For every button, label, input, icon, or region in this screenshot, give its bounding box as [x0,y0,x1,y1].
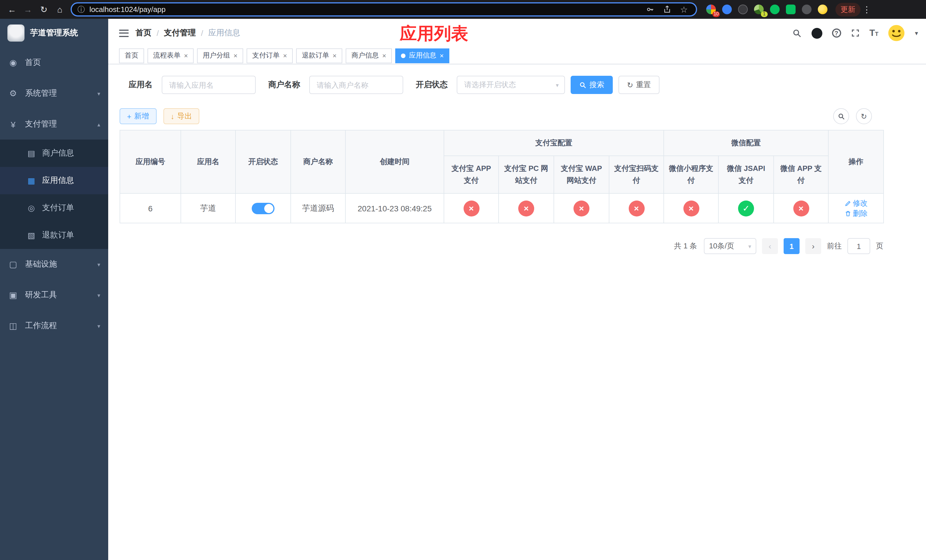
sidebar-item-system[interactable]: ⚙ 系统管理 ▾ [0,78,108,109]
extension-icon-green-square[interactable] [786,5,796,14]
close-icon[interactable]: × [283,51,287,59]
page-number-button[interactable]: 1 [784,238,800,254]
sidebar-item-refund-order[interactable]: ▧ 退款订单 [0,222,108,249]
close-icon[interactable]: × [440,51,443,59]
delete-link-label: 删除 [853,208,868,218]
tab-refund-order[interactable]: 退款订单 × [296,48,342,63]
chevron-down-icon: ▾ [556,82,559,88]
page-size-select[interactable]: 10条/页 ▾ [704,238,756,254]
sidebar-item-home[interactable]: ◉ 首页 [0,47,108,78]
browser-toolbar: ← → ↻ ⌂ ⓘ localhost:1024/pay/app ☆ 10 1 [0,0,926,19]
col-channel: 微信 JSAPI 支付 [719,156,774,194]
status-select[interactable]: 请选择开启状态 ▾ [457,76,565,94]
export-button[interactable]: ↓ 导出 [163,108,199,124]
extension-icon-wechat[interactable] [770,5,780,14]
delete-link[interactable]: 删除 [844,208,868,218]
edit-icon [844,200,851,206]
share-icon[interactable] [661,5,673,14]
refresh-icon: ↻ [861,112,867,121]
col-actions: 操作 [828,130,884,194]
edit-link[interactable]: 修改 [844,198,868,208]
browser-forward-icon[interactable]: → [21,2,35,17]
extension-icon-emoji[interactable] [818,5,828,14]
yen-icon: ¥ [8,120,18,129]
fullscreen-icon[interactable] [850,29,859,38]
tab-process-form[interactable]: 流程表单 × [147,48,194,63]
payment-submenu: ▤ 商户信息 ▦ 应用信息 ◎ 支付订单 ▧ 退款订单 [0,139,108,249]
add-button-label: 新增 [134,111,149,121]
close-icon[interactable]: × [333,51,337,59]
trash-icon [844,210,851,217]
address-bar[interactable]: ⓘ localhost:1024/pay/app ☆ [71,2,697,17]
channel-status-icon: × [793,200,809,216]
sidebar-item-payment[interactable]: ¥ 支付管理 ▴ [0,109,108,139]
url-text[interactable]: localhost:1024/pay/app [89,5,639,14]
logo-row[interactable]: 芋道管理系统 [0,19,108,47]
tab-pay-order[interactable]: 支付订单 × [247,48,293,63]
next-page-button[interactable]: › [805,238,821,254]
close-icon[interactable]: × [233,51,238,59]
sidebar-item-pay-order[interactable]: ◎ 支付订单 [0,194,108,222]
password-key-icon[interactable] [643,5,656,14]
sidebar-item-merchant-info[interactable]: ▤ 商户信息 [0,139,108,167]
avatar[interactable] [888,24,905,42]
tab-user-group[interactable]: 用户分组 × [197,48,243,63]
search-icon[interactable] [792,28,802,38]
prev-page-button[interactable]: ‹ [762,238,778,254]
extension-icon-colorful[interactable]: 10 [706,5,716,14]
sidebar-item-label: 研发工具 [25,290,57,300]
gear-icon: ⚙ [8,88,18,98]
browser-home-icon[interactable]: ⌂ [52,2,67,17]
sidebar-item-workflow[interactable]: ◫ 工作流程 ▾ [0,310,108,341]
chevron-down-icon: ▾ [748,243,751,249]
pagination: 共 1 条 10条/页 ▾ ‹ 1 › 前往 页 [120,238,883,254]
cell-channel-status: ✓ [719,194,774,223]
active-dot [401,53,406,58]
help-icon[interactable]: ? [832,29,841,38]
browser-back-icon[interactable]: ← [5,2,20,17]
sidebar-item-app-info[interactable]: ▦ 应用信息 [0,167,108,194]
extension-badge-green: 1 [761,11,768,17]
app-title: 芋道管理系统 [30,28,78,38]
font-size-icon[interactable]: TT [869,29,878,38]
plus-icon: + [127,112,131,121]
merchant-name-input[interactable] [309,76,403,94]
cell-channel-status: × [774,194,828,223]
sidebar-item-label: 支付管理 [25,119,57,129]
extension-icon-avatar[interactable]: 1 [754,5,764,14]
sidebar-toggle-icon[interactable] [119,29,129,37]
close-icon[interactable]: × [184,51,188,59]
add-button[interactable]: + 新增 [120,108,156,124]
close-icon[interactable]: × [382,51,386,59]
tab-label: 用户分组 [203,51,230,61]
refresh-table-button[interactable]: ↻ [856,108,872,124]
status-toggle[interactable] [252,203,274,214]
browser-reload-icon[interactable]: ↻ [36,2,51,17]
tab-merchant-info[interactable]: 商户信息 × [346,48,392,63]
caret-down-icon[interactable]: ▾ [915,29,918,37]
tab-app-info[interactable]: 应用信息 × [395,48,449,63]
browser-update-button[interactable]: 更新 [835,3,861,16]
app-name-input[interactable] [162,76,256,94]
sidebar-item-dev-tools[interactable]: ▣ 研发工具 ▾ [0,280,108,310]
extension-icon-blue[interactable] [722,5,732,14]
sidebar-item-infrastructure[interactable]: ▢ 基础设施 ▾ [0,249,108,280]
extension-icon-dark[interactable] [802,5,811,14]
status-select-placeholder: 请选择开启状态 [464,80,516,90]
site-info-icon[interactable]: ⓘ [77,4,85,15]
bookmark-star-icon[interactable]: ☆ [678,4,690,15]
workflow-icon: ◫ [8,321,18,331]
browser-menu-icon[interactable]: ⋮ [862,4,872,15]
breadcrumb-home[interactable]: 首页 [136,28,151,38]
goto-page-input[interactable] [847,238,870,254]
main-area: 应用列表 首页 / 支付管理 / 应用信息 ? [108,19,926,560]
tab-home[interactable]: 首页 [119,48,144,63]
reset-button[interactable]: ↻ 重置 [619,76,660,94]
search-button[interactable]: 搜索 [570,76,613,94]
breadcrumb-payment[interactable]: 支付管理 [164,28,196,38]
chevron-down-icon: ▾ [97,261,100,268]
goto-label: 前往 [827,241,842,251]
toggle-search-button[interactable] [833,108,849,124]
github-icon[interactable] [811,28,822,38]
extension-icon-dark-ring[interactable] [738,5,748,14]
